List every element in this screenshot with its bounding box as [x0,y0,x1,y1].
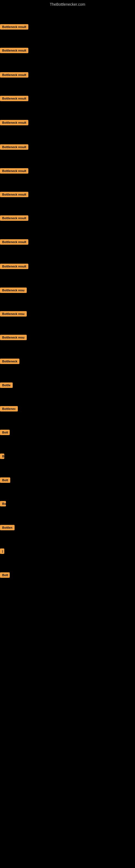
bottleneck-badge-6: Bottleneck result [0,144,28,151]
bottleneck-badge-text-19: B [0,454,4,459]
site-title: TheBottlenecker.com [0,0,135,9]
bottleneck-badge-text-23: | [0,549,4,554]
bottleneck-badge-9: Bottleneck result [0,215,28,222]
bottleneck-badge-19: B [0,454,4,460]
bottleneck-badge-24: Bott [0,572,10,579]
bottleneck-badge-text-1: Bottleneck result [0,24,28,30]
bottleneck-badge-text-12: Bottleneck resu [0,287,27,293]
bottleneck-badge-text-13: Bottleneck resu [0,311,27,316]
bottleneck-badge-text-22: Bottlen [0,525,14,530]
bottleneck-badge-text-14: Bottleneck resu [0,335,27,340]
bottleneck-badge-18: Bott [0,430,10,436]
bottleneck-badge-1: Bottleneck result [0,24,28,31]
bottleneck-badge-21: Bo [0,501,6,507]
bottleneck-badge-16: Bottle [0,382,13,389]
bottleneck-badge-text-8: Bottleneck result [0,192,28,197]
bottleneck-badge-text-21: Bo [0,501,6,506]
bottleneck-badge-text-10: Bottleneck result [0,239,28,245]
bottleneck-badge-12: Bottleneck resu [0,287,27,294]
bottleneck-badge-17: Bottlenec [0,406,18,412]
bottleneck-badge-20: Bott [0,477,10,484]
bottleneck-badge-23: | [0,549,4,555]
bottleneck-badge-text-24: Bott [0,572,10,578]
bottleneck-badge-text-7: Bottleneck result [0,168,28,174]
bottleneck-badge-5: Bottleneck result [0,120,28,126]
bottleneck-badge-14: Bottleneck resu [0,335,27,341]
bottleneck-badge-2: Bottleneck result [0,48,28,54]
bottleneck-badge-text-15: Bottleneck [0,359,19,364]
bottleneck-badge-8: Bottleneck result [0,192,28,198]
bottleneck-badge-3: Bottleneck result [0,72,28,79]
bottleneck-badge-text-16: Bottle [0,382,13,388]
bottleneck-badge-text-3: Bottleneck result [0,72,28,78]
bottleneck-badge-7: Bottleneck result [0,168,28,175]
bottleneck-badge-text-18: Bott [0,430,10,435]
bottleneck-badge-text-6: Bottleneck result [0,144,28,150]
bottleneck-badge-22: Bottlen [0,525,14,531]
bottleneck-badge-text-9: Bottleneck result [0,215,28,221]
bottleneck-badge-4: Bottleneck result [0,96,28,102]
bottleneck-badge-text-2: Bottleneck result [0,48,28,53]
bottleneck-badge-text-4: Bottleneck result [0,96,28,101]
bottleneck-badge-text-5: Bottleneck result [0,120,28,125]
bottleneck-badge-11: Bottleneck result [0,264,28,270]
bottleneck-badge-15: Bottleneck [0,359,19,365]
bottleneck-badge-text-11: Bottleneck result [0,264,28,269]
bottleneck-badge-10: Bottleneck result [0,239,28,246]
bottleneck-badge-13: Bottleneck resu [0,311,27,318]
bottleneck-badge-text-20: Bott [0,477,10,483]
bottleneck-badge-text-17: Bottlenec [0,406,18,411]
